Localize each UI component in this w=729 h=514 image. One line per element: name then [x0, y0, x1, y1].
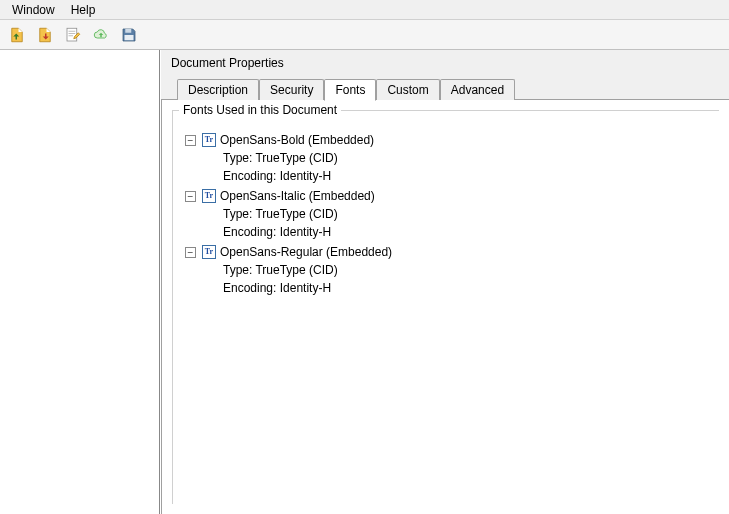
menu-help[interactable]: Help: [63, 1, 104, 19]
font-name: OpenSans-Italic (Embedded): [220, 187, 375, 205]
toolbar: [0, 20, 729, 50]
font-row[interactable]: − Tr OpenSans-Italic (Embedded): [185, 187, 711, 205]
font-type-row: Type: TrueType (CID): [223, 149, 711, 167]
main-area: Document Properties Description Security…: [0, 50, 729, 514]
fonts-groupbox: Fonts Used in this Document − Tr OpenSan…: [172, 110, 719, 504]
cloud-upload-icon: [92, 26, 110, 44]
tab-description[interactable]: Description: [177, 79, 259, 100]
toolbar-button-2[interactable]: [32, 23, 58, 47]
svg-rect-1: [125, 29, 131, 33]
font-details: Type: TrueType (CID) Encoding: Identity-…: [223, 261, 711, 297]
tab-custom[interactable]: Custom: [376, 79, 439, 100]
menu-window[interactable]: Window: [4, 1, 63, 19]
tree-expander-icon[interactable]: −: [185, 191, 196, 202]
toolbar-button-3[interactable]: [60, 23, 86, 47]
font-name: OpenSans-Regular (Embedded): [220, 243, 392, 261]
font-encoding-row: Encoding: Identity-H: [223, 167, 711, 185]
document-properties-dialog: Document Properties Description Security…: [160, 50, 729, 514]
left-document-pane: [0, 50, 160, 514]
groupbox-title: Fonts Used in this Document: [179, 103, 341, 117]
font-encoding-row: Encoding: Identity-H: [223, 279, 711, 297]
font-details: Type: TrueType (CID) Encoding: Identity-…: [223, 205, 711, 241]
page-pencil-icon: [64, 26, 82, 44]
tree-expander-icon[interactable]: −: [185, 247, 196, 258]
tab-security[interactable]: Security: [259, 79, 324, 100]
svg-rect-0: [67, 28, 77, 41]
toolbar-button-4[interactable]: [88, 23, 114, 47]
dialog-title: Document Properties: [161, 50, 729, 78]
tab-panel-fonts: Fonts Used in this Document − Tr OpenSan…: [161, 100, 729, 514]
save-icon: [120, 26, 138, 44]
font-row[interactable]: − Tr OpenSans-Bold (Embedded): [185, 131, 711, 149]
font-icon: Tr: [202, 133, 216, 147]
font-icon: Tr: [202, 245, 216, 259]
tab-advanced[interactable]: Advanced: [440, 79, 515, 100]
font-name: OpenSans-Bold (Embedded): [220, 131, 374, 149]
font-encoding-row: Encoding: Identity-H: [223, 223, 711, 241]
font-entry: − Tr OpenSans-Bold (Embedded) Type: True…: [185, 131, 711, 185]
tabstrip: Description Security Fonts Custom Advanc…: [161, 78, 729, 100]
file-arrow-icon: [8, 26, 26, 44]
fonts-tree: − Tr OpenSans-Bold (Embedded) Type: True…: [181, 123, 711, 297]
toolbar-button-1[interactable]: [4, 23, 30, 47]
font-details: Type: TrueType (CID) Encoding: Identity-…: [223, 149, 711, 185]
file-red-arrow-icon: [36, 26, 54, 44]
font-type-row: Type: TrueType (CID): [223, 261, 711, 279]
font-entry: − Tr OpenSans-Regular (Embedded) Type: T…: [185, 243, 711, 297]
svg-rect-2: [125, 35, 134, 40]
font-icon: Tr: [202, 189, 216, 203]
font-entry: − Tr OpenSans-Italic (Embedded) Type: Tr…: [185, 187, 711, 241]
toolbar-button-5[interactable]: [116, 23, 142, 47]
font-row[interactable]: − Tr OpenSans-Regular (Embedded): [185, 243, 711, 261]
tab-fonts[interactable]: Fonts: [324, 79, 376, 101]
menubar: Window Help: [0, 0, 729, 20]
font-type-row: Type: TrueType (CID): [223, 205, 711, 223]
tree-expander-icon[interactable]: −: [185, 135, 196, 146]
